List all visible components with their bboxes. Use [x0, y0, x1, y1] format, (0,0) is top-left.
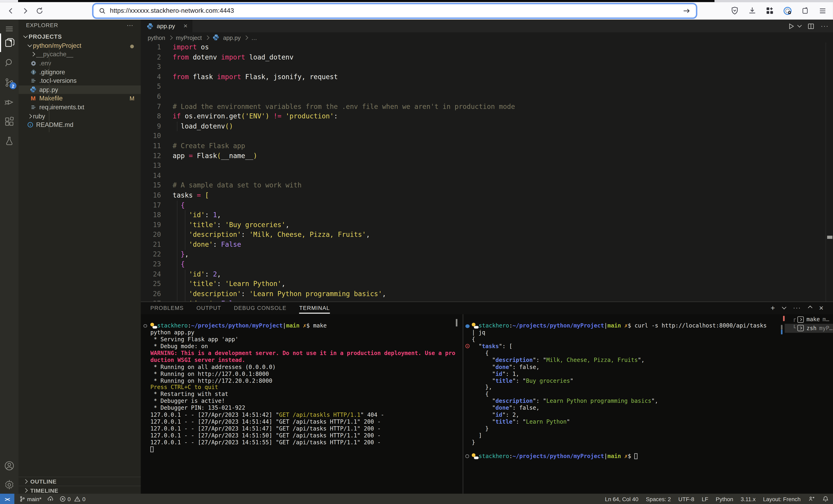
branch-status[interactable]: main* — [19, 496, 41, 502]
terminal-scrollbar-thumb[interactable] — [456, 319, 457, 327]
terminal-zsh[interactable]: stackhero:~/projects/python/myProject|ma… — [465, 322, 778, 460]
code-line-5[interactable]: 5 — [141, 82, 826, 92]
run-button[interactable] — [788, 23, 795, 29]
shield-icon[interactable] — [730, 5, 740, 16]
grid-extension-icon[interactable] — [764, 5, 775, 16]
code-line-16[interactable]: 16tasks = [ — [141, 191, 826, 200]
code-line-1[interactable]: 1import os — [141, 43, 826, 52]
sidebar-item-search[interactable] — [0, 54, 19, 72]
code-line-10[interactable]: 10 — [141, 131, 826, 141]
forward-icon[interactable] — [20, 5, 31, 17]
new-terminal-icon[interactable]: + — [770, 304, 775, 312]
url-text[interactable]: https://xxxxxx.stackhero-network.com:444… — [110, 7, 234, 15]
remote-indicator[interactable]: >< — [0, 494, 15, 504]
breadcrumb-item[interactable]: python — [148, 34, 165, 41]
file-row-app-py[interactable]: app.py — [19, 85, 141, 94]
panel-tab-problems[interactable]: PROBLEMS — [150, 305, 184, 311]
panel-more-icon[interactable]: ··· — [793, 304, 801, 312]
reload-icon[interactable] — [34, 5, 45, 17]
code-line-15[interactable]: 15# A sample data set to work with — [141, 180, 826, 191]
sidebar-extension-icon[interactable] — [800, 5, 810, 16]
close-panel-icon[interactable]: × — [819, 304, 823, 312]
sidebar-item-explorer[interactable] — [0, 33, 19, 52]
file-row-python-myproject[interactable]: python/myProject — [19, 41, 141, 50]
code-line-3[interactable]: 3 — [141, 62, 826, 72]
command-success-icon[interactable] — [465, 324, 470, 328]
run-dropdown-icon[interactable] — [798, 23, 802, 27]
code-line-22[interactable]: 22 }, — [141, 250, 826, 260]
code-line-23[interactable]: 23 { — [141, 260, 826, 270]
code-line-11[interactable]: 11# Create Flask app — [141, 141, 826, 151]
breadcrumb-item[interactable]: myProject — [176, 34, 202, 41]
code-line-4[interactable]: 4from flask import Flask, jsonify, reque… — [141, 72, 826, 82]
file-row--env[interactable]: .env — [19, 59, 141, 68]
command-running-icon[interactable] — [465, 455, 469, 458]
file-row-ruby[interactable]: ruby — [19, 112, 141, 121]
sidebar-item-source-control[interactable]: 2 — [0, 73, 19, 92]
gear-icon[interactable] — [0, 476, 19, 494]
scrollbar-thumb[interactable] — [827, 235, 832, 239]
code-line-8[interactable]: 8if os.environ.get('ENV') != 'production… — [141, 111, 826, 122]
menu-icon[interactable] — [817, 5, 828, 16]
back-icon[interactable] — [5, 5, 17, 17]
status-utf-8[interactable]: UTF-8 — [678, 496, 694, 502]
code-line-26[interactable]: 26 'description': 'Learn Python programm… — [141, 289, 826, 299]
sidebar-item-run-debug[interactable] — [0, 93, 19, 111]
code-line-20[interactable]: 20 'description': 'Milk, Cheese, Pizza, … — [141, 230, 826, 240]
status-spaces[interactable]: Spaces: 2 — [646, 496, 671, 502]
code-line-12[interactable]: 12app = Flask(__name__) — [141, 151, 826, 161]
go-arrow-icon[interactable] — [683, 7, 691, 15]
maximize-panel-icon[interactable] — [808, 306, 812, 310]
code-editor[interactable]: 1import os2from dotenv import load_doten… — [141, 43, 826, 302]
panel-tab-terminal[interactable]: TERMINAL — [299, 305, 330, 311]
sidebar-section-outline[interactable]: OUTLINE — [19, 477, 141, 486]
status-lf[interactable]: LF — [702, 496, 708, 502]
file-row-readme-md[interactable]: README.md — [19, 121, 141, 129]
sync-status[interactable] — [47, 496, 54, 502]
code-line-24[interactable]: 24 'id': 2, — [141, 270, 826, 279]
split-editor-icon[interactable] — [807, 23, 814, 29]
sidebar-item-extensions[interactable] — [0, 112, 19, 131]
code-line-9[interactable]: 9 load_dotenv() — [141, 122, 826, 131]
close-icon[interactable]: × — [184, 23, 188, 28]
terminal-list-item-make[interactable]: ┌makem… — [780, 315, 833, 324]
account-icon[interactable] — [0, 456, 19, 475]
code-line-19[interactable]: 19 'title': 'Buy groceries', — [141, 220, 826, 230]
code-line-13[interactable]: 13 — [141, 161, 826, 171]
code-line-6[interactable]: 6 — [141, 92, 826, 102]
status-layout[interactable]: Layout: French — [763, 496, 801, 502]
terminal-area[interactable]: stackhero:~/projects/python/myProject|ma… — [141, 314, 833, 494]
terminal-split-divider[interactable] — [463, 314, 463, 494]
sidebar-more-icon[interactable]: … — [126, 20, 133, 27]
code-line-14[interactable]: 14 — [141, 171, 826, 181]
editor-overview-ruler[interactable] — [826, 43, 833, 302]
terminal-dropdown-icon[interactable] — [782, 305, 786, 309]
status-ln[interactable]: Ln 64, Col 40 — [605, 496, 638, 502]
download-icon[interactable] — [747, 5, 757, 16]
tab-app-py[interactable]: app.py × — [141, 20, 192, 32]
file-row--pycache-[interactable]: __pycache__ — [19, 50, 141, 59]
onepassword-icon[interactable] — [782, 5, 792, 16]
code-line-25[interactable]: 25 'title': 'Learn Python', — [141, 279, 826, 289]
tree-section-projects[interactable]: PROJECTS — [19, 32, 141, 41]
code-line-2[interactable]: 2from dotenv import load_dotenv — [141, 52, 826, 62]
status-3.11.x[interactable]: 3.11.x — [741, 496, 756, 502]
file-row-requirements-txt[interactable]: requirements.txt — [19, 103, 141, 112]
code-line-18[interactable]: 18 'id': 1, — [141, 210, 826, 220]
editor-more-icon[interactable]: ··· — [821, 22, 829, 30]
bell-icon[interactable] — [822, 496, 829, 502]
code-line-17[interactable]: 17 { — [141, 200, 826, 210]
code-line-27[interactable]: 27 'done': False — [141, 299, 826, 302]
terminal-list-item-zsh[interactable]: └zshmyP… — [785, 324, 833, 332]
breadcrumb-item[interactable]: app.py — [223, 34, 241, 41]
file-row--tool-versions[interactable]: .tool-versions — [19, 76, 141, 85]
feedback-icon[interactable] — [808, 496, 815, 502]
sidebar-item-testing[interactable] — [0, 132, 19, 151]
url-bar[interactable]: https://xxxxxx.stackhero-network.com:444… — [94, 4, 696, 18]
status-python[interactable]: Python — [716, 496, 733, 502]
command-error-icon[interactable]: × — [465, 344, 470, 348]
command-running-icon[interactable] — [143, 324, 147, 328]
problems-status[interactable]: 0 0 — [60, 496, 86, 502]
code-line-21[interactable]: 21 'done': False — [141, 240, 826, 250]
panel-tab-debug-console[interactable]: DEBUG CONSOLE — [234, 305, 286, 311]
